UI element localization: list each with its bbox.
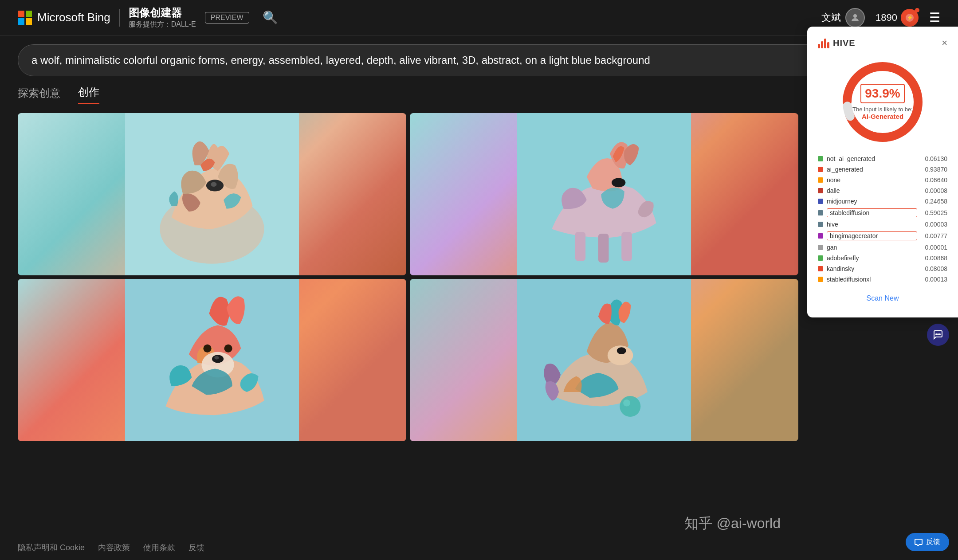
donut-percentage: 93.9% (860, 84, 904, 103)
hive-bars-icon (818, 38, 829, 48)
tab-explore[interactable]: 探索创意 (18, 85, 60, 104)
score-value-4: 0.24658 (921, 198, 947, 205)
score-list: not_ai_generated 0.06130 ai_generated 0.… (818, 155, 947, 283)
score-row-0: not_ai_generated 0.06130 (818, 155, 947, 162)
hive-title: HIVE (833, 38, 856, 48)
score-row-4: midjourney 0.24658 (818, 198, 947, 205)
score-row-10: kandinsky 0.08008 (818, 265, 947, 272)
image-grid (18, 113, 798, 441)
watermark: 知乎 @ai-world (684, 514, 781, 533)
score-dot-4 (818, 199, 823, 204)
svg-rect-11 (621, 232, 632, 261)
score-dot-2 (818, 177, 823, 183)
svg-point-28 (939, 334, 940, 335)
score-label-11: stablediffusionxl (827, 276, 917, 283)
svg-point-26 (938, 334, 938, 335)
coin-icon: ⚡ (901, 9, 919, 27)
microsoft-bing-logo: Microsoft Bing (18, 11, 110, 25)
score-value-2: 0.06640 (921, 176, 947, 184)
image-cell-4[interactable] (410, 279, 798, 441)
score-dot-9 (818, 255, 823, 261)
hive-bar-1 (818, 44, 820, 48)
user-section: 文斌 (821, 8, 865, 27)
score-dot-3 (818, 188, 823, 193)
svg-point-15 (214, 356, 219, 360)
hive-logo: HIVE (818, 38, 856, 48)
feedback-button[interactable]: 反馈 (906, 533, 949, 551)
coin-count: 1890 (876, 12, 897, 23)
score-row-5: stablediffusion 0.59025 (818, 208, 947, 217)
score-dot-6 (818, 222, 823, 227)
score-label-0: not_ai_generated (827, 155, 917, 162)
hive-close-button[interactable]: × (942, 37, 947, 49)
score-dot-0 (818, 156, 823, 161)
score-value-11: 0.00013 (921, 276, 947, 283)
score-row-11: stablediffusionxl 0.00013 (818, 276, 947, 283)
svg-point-21 (620, 396, 640, 417)
image-cell-2[interactable] (410, 113, 798, 275)
score-dot-5 (818, 210, 823, 215)
ms-bing-label: Microsoft Bing (37, 11, 110, 24)
score-row-2: none 0.06640 (818, 176, 947, 184)
score-value-0: 0.06130 (921, 155, 947, 162)
score-value-1: 0.93870 (921, 166, 947, 173)
image-cell-3[interactable] (18, 279, 406, 441)
score-row-8: gan 0.00001 (818, 244, 947, 251)
svg-point-0 (853, 14, 857, 18)
svg-point-17 (224, 345, 232, 352)
page-title: 图像创建器 (129, 6, 196, 20)
hive-header: HIVE × (818, 37, 947, 49)
svg-point-22 (623, 399, 630, 407)
score-value-3: 0.00008 (921, 187, 947, 194)
score-label-4: midjourney (827, 198, 917, 205)
user-name: 文斌 (821, 11, 841, 24)
hive-bar-3 (824, 39, 826, 48)
header-title-section: 图像创建器 服务提供方：DALL-E (129, 6, 196, 29)
svg-point-6 (211, 182, 216, 187)
search-input[interactable] (31, 54, 900, 67)
score-dot-11 (818, 277, 823, 282)
footer-link-privacy[interactable]: 隐私声明和 Cookie (18, 542, 85, 553)
score-label-7: bingimagecreator (827, 231, 917, 240)
svg-point-8 (612, 178, 625, 187)
hive-popup: HIVE × 93.9% The input is likely to be: … (807, 27, 958, 317)
score-value-9: 0.00868 (921, 255, 947, 262)
search-icon-button[interactable]: 🔍 (263, 10, 278, 25)
score-label-9: adobefirefly (827, 255, 917, 262)
svg-rect-9 (575, 232, 586, 261)
svg-point-16 (203, 345, 211, 352)
score-value-6: 0.00003 (921, 221, 947, 228)
coin-section: 1890 ⚡ (876, 9, 919, 27)
score-dot-1 (818, 167, 823, 172)
footer-link-feedback[interactable]: 反馈 (188, 542, 204, 553)
menu-button[interactable]: ☰ (929, 10, 940, 25)
header-divider (119, 9, 120, 27)
score-value-7: 0.00777 (921, 232, 947, 239)
score-value-8: 0.00001 (921, 244, 947, 251)
donut-result: AI-Generated (852, 113, 913, 120)
score-value-10: 0.08008 (921, 265, 947, 272)
image-cell-1[interactable] (18, 113, 406, 275)
svg-point-20 (617, 347, 626, 354)
feedback-label: 反馈 (926, 537, 940, 547)
score-row-7: bingimagecreator 0.00777 (818, 231, 947, 240)
ms-grid-icon (18, 11, 32, 25)
score-row-3: dalle 0.00008 (818, 187, 947, 194)
footer-link-content[interactable]: 内容政策 (98, 542, 130, 553)
page-subtitle: 服务提供方：DALL-E (129, 20, 196, 29)
donut-chart-container: 93.9% The input is likely to be: AI-Gene… (818, 58, 947, 146)
chat-button[interactable] (927, 324, 949, 346)
score-label-8: gan (827, 244, 917, 251)
score-row-6: hive 0.00003 (818, 221, 947, 228)
score-row-1: ai_generated 0.93870 (818, 166, 947, 173)
coin-dot (915, 8, 919, 12)
tab-create[interactable]: 创作 (78, 85, 99, 104)
header-right: 文斌 1890 ⚡ ☰ (821, 8, 940, 27)
score-row-9: adobefirefly 0.00868 (818, 255, 947, 262)
hive-bar-4 (827, 42, 829, 48)
score-dot-7 (818, 233, 823, 239)
footer-link-terms[interactable]: 使用条款 (143, 542, 175, 553)
scan-new-button[interactable]: Scan New (818, 290, 947, 307)
avatar[interactable] (845, 8, 865, 27)
score-label-6: hive (827, 221, 917, 228)
